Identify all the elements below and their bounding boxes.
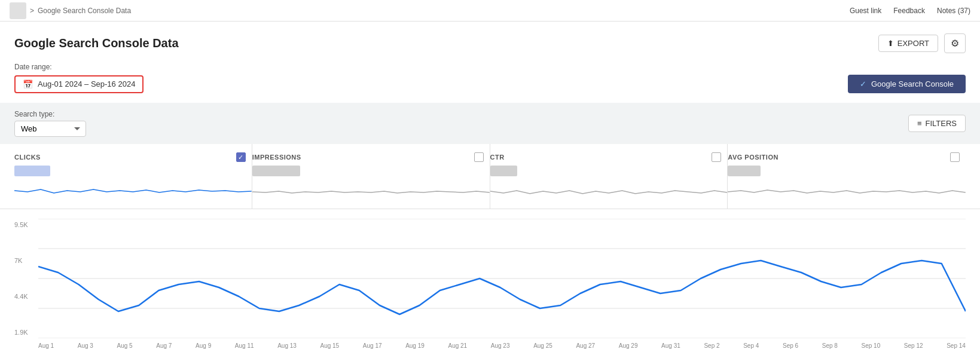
google-search-console-button[interactable]: ✓ Google Search Console bbox=[848, 75, 966, 93]
chart-section: 9.5K 7K 4.4K 1.9K bbox=[0, 209, 980, 349]
page-title: Google Search Console Data bbox=[14, 36, 179, 50]
filters-icon: ≡ bbox=[917, 119, 922, 128]
x-label-aug13: Aug 13 bbox=[277, 342, 297, 349]
x-label-sep2: Sep 2 bbox=[704, 342, 719, 349]
gsc-button-label: Google Search Console bbox=[871, 79, 954, 88]
export-icon: ⬆ bbox=[887, 39, 894, 48]
gear-icon: ⚙ bbox=[951, 38, 959, 48]
feedback-link[interactable]: Feedback bbox=[893, 7, 925, 15]
x-label-aug29: Aug 29 bbox=[619, 342, 638, 349]
ctr-checkbox[interactable] bbox=[712, 152, 721, 162]
avg-position-mini-chart bbox=[728, 179, 966, 203]
search-type-label: Search type: bbox=[14, 110, 86, 118]
avg-position-checkbox[interactable] bbox=[950, 152, 960, 162]
x-label-aug21: Aug 21 bbox=[448, 342, 467, 349]
y-axis: 9.5K 7K 4.4K 1.9K bbox=[14, 219, 38, 338]
x-label-aug5: Aug 5 bbox=[117, 342, 133, 349]
search-type-select[interactable]: Web Image Video News bbox=[14, 121, 86, 137]
impressions-label: IMPRESSIONS bbox=[252, 154, 301, 161]
x-label-sep6: Sep 6 bbox=[783, 342, 798, 349]
clicks-label: CLICKS bbox=[14, 154, 41, 161]
breadcrumb-back-icon[interactable] bbox=[10, 2, 26, 19]
check-icon: ✓ bbox=[860, 79, 866, 88]
search-type-section: Search type: Web Image Video News ≡ FILT… bbox=[0, 103, 980, 144]
impressions-mini-chart bbox=[252, 179, 490, 203]
export-label: EXPORT bbox=[897, 39, 929, 48]
x-label-aug9: Aug 9 bbox=[196, 342, 211, 349]
x-label-aug25: Aug 25 bbox=[533, 342, 552, 349]
chart-area: 9.5K 7K 4.4K 1.9K bbox=[14, 219, 966, 349]
y-label-9.5k: 9.5K bbox=[14, 221, 38, 228]
date-range-section: Date range: 📅 Aug-01 2024 – Sep-16 2024 … bbox=[14, 63, 966, 93]
metric-card-impressions-header: IMPRESSIONS bbox=[252, 152, 490, 162]
metric-card-avg-position: AVG POSITION bbox=[728, 144, 966, 209]
top-nav: > Google Search Console Data Guest link … bbox=[0, 0, 980, 22]
x-label-sep4: Sep 4 bbox=[743, 342, 759, 349]
x-label-aug11: Aug 11 bbox=[235, 342, 254, 349]
date-range-row: 📅 Aug-01 2024 – Sep-16 2024 ✓ Google Sea… bbox=[14, 75, 966, 93]
breadcrumb-separator: > bbox=[30, 7, 34, 15]
filters-button[interactable]: ≡ FILTERS bbox=[908, 115, 966, 132]
date-range-label: Date range: bbox=[14, 63, 966, 71]
x-label-aug7: Aug 7 bbox=[156, 342, 172, 349]
settings-button[interactable]: ⚙ bbox=[944, 33, 966, 53]
main-chart-svg bbox=[38, 219, 966, 338]
x-label-sep8: Sep 8 bbox=[822, 342, 838, 349]
x-label-aug27: Aug 27 bbox=[576, 342, 595, 349]
top-nav-actions: Guest link Feedback Notes (37) bbox=[850, 7, 970, 15]
impressions-value-bar bbox=[252, 166, 300, 176]
metric-card-ctr-header: CTR bbox=[490, 152, 728, 162]
impressions-checkbox[interactable] bbox=[474, 152, 484, 162]
metric-card-clicks: CLICKS bbox=[14, 144, 252, 209]
x-label-sep14: Sep 14 bbox=[947, 342, 966, 349]
breadcrumb-current: Google Search Console Data bbox=[38, 7, 131, 15]
y-label-1.9k: 1.9K bbox=[14, 329, 38, 336]
filters-label: FILTERS bbox=[926, 119, 957, 128]
metric-card-clicks-header: CLICKS bbox=[14, 152, 252, 162]
search-type-inner: Search type: Web Image Video News bbox=[14, 110, 86, 137]
metrics-row: CLICKS IMPRESSIONS bbox=[0, 144, 980, 209]
notes-link[interactable]: Notes (37) bbox=[937, 7, 970, 15]
avg-position-value-bar bbox=[728, 166, 761, 176]
x-label-aug17: Aug 17 bbox=[363, 342, 382, 349]
y-label-7k: 7K bbox=[14, 257, 38, 264]
main-chart-wrapper bbox=[38, 219, 966, 340]
x-axis: Aug 1 Aug 3 Aug 5 Aug 7 Aug 9 Aug 11 Aug… bbox=[38, 342, 966, 349]
clicks-mini-chart bbox=[14, 179, 252, 203]
page-header: Google Search Console Data ⬆ EXPORT ⚙ bbox=[14, 33, 966, 53]
ctr-value-bar bbox=[490, 166, 517, 176]
header-actions: ⬆ EXPORT ⚙ bbox=[878, 33, 966, 53]
x-label-aug3: Aug 3 bbox=[78, 342, 93, 349]
ctr-label: CTR bbox=[490, 154, 505, 161]
metric-card-impressions: IMPRESSIONS bbox=[252, 144, 490, 209]
export-button[interactable]: ⬆ EXPORT bbox=[878, 35, 938, 52]
metric-card-ctr: CTR bbox=[490, 144, 728, 209]
x-label-aug1: Aug 1 bbox=[38, 342, 54, 349]
calendar-icon: 📅 bbox=[23, 79, 33, 89]
avg-position-label: AVG POSITION bbox=[728, 154, 778, 161]
main-content: Google Search Console Data ⬆ EXPORT ⚙ Da… bbox=[0, 22, 980, 349]
clicks-checkbox[interactable] bbox=[236, 152, 246, 162]
x-label-sep12: Sep 12 bbox=[904, 342, 923, 349]
x-label-aug15: Aug 15 bbox=[320, 342, 339, 349]
ctr-mini-chart bbox=[490, 179, 728, 203]
date-range-value: Aug-01 2024 – Sep-16 2024 bbox=[38, 79, 135, 88]
x-label-aug19: Aug 19 bbox=[405, 342, 425, 349]
x-label-sep10: Sep 10 bbox=[862, 342, 881, 349]
x-label-aug31: Aug 31 bbox=[661, 342, 680, 349]
guest-link[interactable]: Guest link bbox=[850, 7, 881, 15]
date-range-picker[interactable]: 📅 Aug-01 2024 – Sep-16 2024 bbox=[14, 75, 144, 93]
breadcrumb: > Google Search Console Data bbox=[10, 2, 131, 19]
x-label-aug23: Aug 23 bbox=[491, 342, 510, 349]
y-label-4.4k: 4.4K bbox=[14, 293, 38, 300]
metric-card-avg-position-header: AVG POSITION bbox=[728, 152, 966, 162]
clicks-value-bar bbox=[14, 166, 50, 176]
